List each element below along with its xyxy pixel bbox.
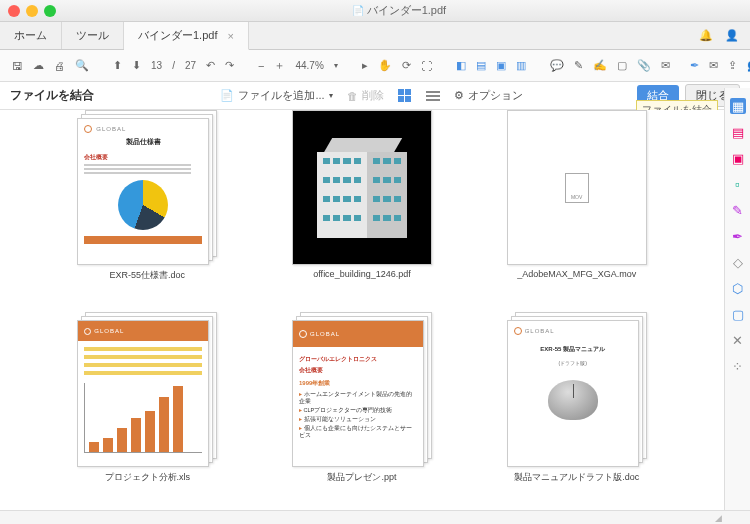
view-grid-button[interactable] (398, 89, 412, 103)
combine-tool-icon[interactable]: ▦ (730, 98, 746, 114)
options-button[interactable]: ⚙ オプション (454, 88, 523, 103)
thumbnail: GLOBAL グローバルエレクトロニクス 会社概要 1999年創業 ホームエンタ… (292, 320, 424, 467)
minimize-window-button[interactable] (26, 5, 38, 17)
sign-icon[interactable]: ✍ (593, 58, 607, 74)
view-list-button[interactable] (426, 91, 440, 101)
file-item[interactable]: GLOBAL グローバルエレクトロニクス 会社概要 1999年創業 ホームエンタ… (265, 312, 460, 484)
main-toolbar: 🖫 ☁ 🖨 🔍 ⬆ ⬇ 13 / 27 ↶ ↷ − ＋ 44.7% ▾ ▸ ✋ … (0, 50, 750, 82)
tab-home[interactable]: ホーム (0, 22, 62, 49)
pie-chart-icon (118, 180, 168, 230)
thumbnail (507, 110, 647, 265)
add-files-button[interactable]: 📄 ファイルを追加... ▾ (220, 88, 332, 103)
zoom-level[interactable]: 44.7% (295, 60, 323, 71)
file-name: office_building_1246.pdf (313, 269, 410, 279)
select-icon[interactable]: ▸ (362, 58, 368, 74)
print-icon[interactable]: 🖨 (54, 58, 65, 74)
delete-button[interactable]: 🗑 削除 (347, 88, 384, 103)
file-name: 製品マニュアルドラフト版.doc (514, 471, 639, 484)
thumbnail: GLOBAL EXR-55 製品マニュアル (ドラフト版) (507, 320, 639, 467)
file-name: _AdobeMAX_MFG_XGA.mov (517, 269, 636, 279)
stamp-icon[interactable]: ▢ (617, 58, 627, 74)
comment-tool-icon[interactable]: ◇ (730, 254, 746, 270)
hand-icon[interactable]: ✋ (378, 58, 392, 74)
grid-icon (398, 89, 412, 103)
tab-document[interactable]: バインダー1.pdf × (124, 22, 249, 50)
page-total: 27 (185, 60, 196, 71)
page-current[interactable]: 13 (151, 60, 162, 71)
send-icon[interactable]: ✉ (661, 58, 670, 74)
redo-icon[interactable]: ↷ (225, 58, 234, 74)
page-up-icon[interactable]: ⬆ (113, 58, 122, 74)
file-item[interactable]: GLOBAL EXR-55 製品マニュアル (ドラフト版) 製品マニュアルドラフ… (479, 312, 674, 484)
mov-file-icon (565, 173, 589, 203)
mouse-image (548, 380, 598, 420)
share-mail-icon[interactable]: ✉ (709, 58, 718, 74)
edit-icon[interactable]: ▣ (496, 58, 506, 74)
file-item[interactable]: GLOBAL 製品仕様書 会社概要 EXR-55仕様書.doc (50, 110, 245, 282)
file-item[interactable]: office_building_1246.pdf (265, 110, 460, 282)
tab-tools[interactable]: ツール (62, 22, 124, 49)
file-name: プロジェクト分析.xls (105, 471, 191, 484)
right-tools-panel: ▦ ▤ ▣ ▫ ✎ ✒ ◇ ⬡ ▢ ✕ ⁘ (724, 88, 750, 510)
bar-chart-icon (84, 383, 202, 453)
sign-doc-icon[interactable]: ✒ (690, 58, 699, 74)
zoom-out-icon[interactable]: − (258, 58, 264, 74)
status-bar (0, 510, 750, 524)
stamp-tool-icon[interactable]: ▢ (730, 306, 746, 322)
fit-width-icon[interactable]: ⛶ (421, 58, 432, 74)
undo-icon[interactable]: ↶ (206, 58, 215, 74)
protect-tool-icon[interactable]: ⬡ (730, 280, 746, 296)
window-title: バインダー1.pdf (56, 3, 742, 18)
export-tool-icon[interactable]: ▣ (730, 150, 746, 166)
thumbnail: GLOBAL 製品仕様書 会社概要 (77, 118, 209, 265)
table-icon (84, 347, 202, 375)
organize-tool-icon[interactable]: ▤ (730, 124, 746, 140)
thumbnail: GLOBAL (77, 320, 209, 467)
page-down-icon[interactable]: ⬇ (132, 58, 141, 74)
edit-tool-icon[interactable]: ✎ (730, 202, 746, 218)
highlight-icon[interactable]: ✎ (574, 58, 583, 74)
file-item[interactable]: _AdobeMAX_MFG_XGA.mov (479, 110, 674, 282)
thumbnail (292, 110, 432, 265)
search-icon[interactable]: 🔍 (75, 58, 89, 74)
file-item[interactable]: GLOBAL プロジェクト分析.xls (50, 312, 245, 484)
file-grid: GLOBAL 製品仕様書 会社概要 EXR-55仕様書.doc office_b… (0, 110, 724, 510)
document-tabs: ホーム ツール バインダー1.pdf × 🔔 👤 (0, 22, 750, 50)
more-tool-icon[interactable]: ⁘ (730, 358, 746, 374)
redact-icon[interactable]: ▤ (476, 58, 486, 74)
account-icon[interactable]: 👤 (724, 28, 740, 44)
rotate-icon[interactable]: ⟳ (402, 58, 411, 74)
share-icon[interactable]: ⇪ (728, 58, 737, 74)
zoom-window-button[interactable] (44, 5, 56, 17)
cloud-icon[interactable]: ☁ (33, 58, 44, 74)
file-name: EXR-55仕様書.doc (110, 269, 186, 282)
close-window-button[interactable] (8, 5, 20, 17)
crop-icon[interactable]: ◧ (456, 58, 466, 74)
attach-icon[interactable]: 📎 (637, 58, 651, 74)
list-icon (426, 91, 440, 101)
form-icon[interactable]: ▥ (516, 58, 526, 74)
save-icon[interactable]: 🖫 (12, 58, 23, 74)
comment-icon[interactable]: 💬 (550, 58, 564, 74)
file-name: 製品プレゼン.ppt (327, 471, 396, 484)
close-tab-icon[interactable]: × (227, 30, 233, 42)
sign-tool-icon[interactable]: ✒ (730, 228, 746, 244)
window-titlebar: バインダー1.pdf (0, 0, 750, 22)
measure-tool-icon[interactable]: ✕ (730, 332, 746, 348)
resize-handle-icon[interactable]: ◢ (715, 513, 722, 523)
compress-tool-icon[interactable]: ▫ (730, 176, 746, 192)
panel-title: ファイルを結合 (10, 87, 106, 104)
zoom-in-icon[interactable]: ＋ (274, 58, 285, 74)
notifications-icon[interactable]: 🔔 (698, 28, 714, 44)
